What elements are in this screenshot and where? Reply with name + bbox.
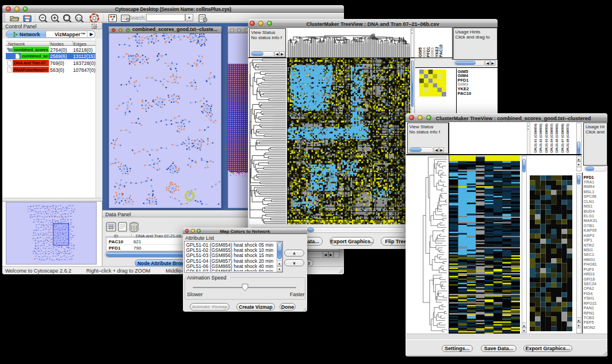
svg-text:GIM5: GIM5	[418, 47, 422, 57]
svg-text:GPL51-06 (GSM865): GPL51-06 (GSM865)	[555, 124, 559, 153]
svg-text:GIM3: GIM3	[430, 47, 434, 57]
svg-text:GPL51-07 (GSM868): GPL51-07 (GSM868)	[560, 124, 564, 153]
svg-text:PAC10: PAC10	[439, 44, 443, 57]
svg-text:GPL51-04 (GSM857): GPL51-04 (GSM857)	[549, 124, 553, 153]
svg-text:YKE2: YKE2	[435, 47, 439, 57]
svg-text:GPL51-08 (GSM872): GPL51-08 (GSM872)	[565, 124, 569, 153]
svg-text:GPL51-01 (GSM854): GPL51-01 (GSM854)	[534, 124, 537, 153]
svg-text:1:1: 1:1	[76, 16, 81, 20]
svg-text:PFD1: PFD1	[426, 47, 430, 58]
svg-text:GIM4: GIM4	[422, 47, 426, 57]
svg-text:GPL51-03 (GSM856): GPL51-03 (GSM856)	[544, 124, 548, 153]
svg-text:GPL51-02 (GSM855): GPL51-02 (GSM855)	[539, 124, 542, 153]
